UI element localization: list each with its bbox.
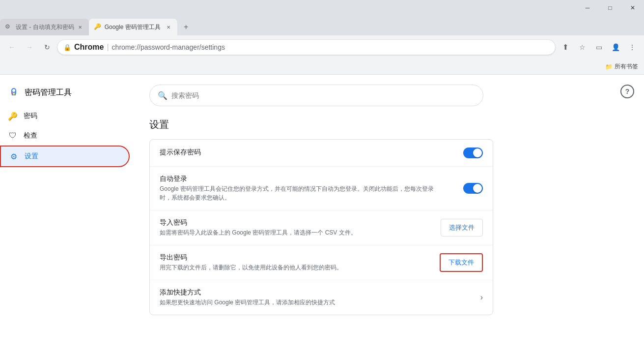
- settings-card: 提示保存密码 自动登录 Google 密码管理工具会记住您的登录方式，并在可能的…: [149, 139, 493, 315]
- all-bookmarks-folder[interactable]: 📁 所有书签: [605, 62, 638, 71]
- lock-icon: 🔒: [63, 44, 71, 51]
- bookmark-button[interactable]: ☆: [574, 39, 590, 55]
- key-icon: 🔑: [8, 111, 18, 121]
- tab-title-1: 设置 - 自动填充和密码: [16, 23, 74, 31]
- close-button[interactable]: ✕: [621, 0, 644, 16]
- share-button[interactable]: ⬆: [558, 39, 573, 55]
- auto-signin-desc: Google 密码管理工具会记住您的登录方式，并在可能的情况下自动为您登录。关闭…: [160, 184, 445, 202]
- tab-favicon-2: 🔑: [94, 23, 102, 31]
- svg-point-0: [12, 88, 16, 92]
- tab-close-2[interactable]: ✕: [165, 23, 172, 31]
- sidebar-item-passwords[interactable]: 🔑 密码: [0, 106, 130, 126]
- tab-password-manager[interactable]: 🔑 Google 密码管理工具 ✕: [89, 19, 177, 35]
- search-icon: 🔍: [158, 91, 168, 100]
- address-bar-brand: Chrome: [74, 43, 104, 52]
- export-button[interactable]: 下载文件: [440, 253, 483, 272]
- address-bar[interactable]: 🔒 Chrome | chrome://password-manager/set…: [57, 39, 556, 55]
- settings-row-auto-signin: 自动登录 Google 密码管理工具会记住您的登录方式，并在可能的情况下自动为您…: [150, 167, 493, 210]
- tab-settings-autofill[interactable]: ⚙ 设置 - 自动填充和密码 ✕: [0, 19, 89, 35]
- help-button[interactable]: ?: [620, 85, 634, 98]
- menu-button[interactable]: ⋮: [624, 39, 640, 55]
- svg-point-1: [12, 93, 13, 94]
- settings-row-export-content: 导出密码 用完下载的文件后，请删除它，以免使用此设备的他人看到您的密码。: [160, 253, 432, 272]
- page-title: 设置: [149, 118, 632, 131]
- split-view-button[interactable]: ▭: [591, 39, 607, 55]
- offer-save-title: 提示保存密码: [160, 148, 463, 157]
- tab-title-2: Google 密码管理工具: [105, 23, 163, 31]
- offer-save-toggle[interactable]: [463, 148, 483, 158]
- navbar: ← → ↻ 🔒 Chrome | chrome://password-manag…: [0, 35, 644, 59]
- sidebar-item-checkup[interactable]: 🛡 检查: [0, 126, 130, 146]
- forward-button[interactable]: →: [22, 39, 37, 55]
- tab-favicon-1: ⚙: [5, 23, 13, 31]
- settings-row-offer-save: 提示保存密码: [150, 140, 493, 167]
- address-bar-url: chrome://password-manager/settings: [112, 43, 225, 51]
- shortcut-desc: 如果想更快速地访问 Google 密码管理工具，请添加相应的快捷方式: [160, 298, 445, 307]
- search-bar[interactable]: 🔍: [149, 85, 483, 106]
- export-desc: 用完下载的文件后，请删除它，以免使用此设备的他人看到您的密码。: [160, 263, 432, 272]
- sidebar-logo-text: 密码管理工具: [25, 88, 72, 98]
- auto-signin-title: 自动登录: [160, 175, 455, 183]
- auto-signin-toggle[interactable]: [463, 183, 483, 194]
- search-input[interactable]: [171, 91, 475, 99]
- tab-close-1[interactable]: ✕: [76, 23, 84, 31]
- settings-row-auto-signin-content: 自动登录 Google 密码管理工具会记住您的登录方式，并在可能的情况下自动为您…: [160, 175, 455, 202]
- settings-row-export: 导出密码 用完下载的文件后，请删除它，以免使用此设备的他人看到您的密码。 下载文…: [150, 245, 493, 280]
- import-title: 导入密码: [160, 218, 433, 227]
- folder-icon: 📁: [605, 63, 613, 70]
- refresh-button[interactable]: ↻: [39, 39, 55, 55]
- settings-row-import: 导入密码 如需将密码导入此设备上的 Google 密码管理工具，请选择一个 CS…: [150, 210, 493, 245]
- bookmarks-bar: 📁 所有书签: [0, 59, 644, 75]
- titlebar: ─ □ ✕: [0, 0, 644, 16]
- sidebar-item-checkup-label: 检查: [24, 131, 37, 140]
- settings-row-shortcut[interactable]: 添加快捷方式 如果想更快速地访问 Google 密码管理工具，请添加相应的快捷方…: [150, 280, 493, 315]
- new-tab-button[interactable]: +: [179, 20, 193, 34]
- shield-icon: 🛡: [8, 131, 18, 141]
- svg-point-2: [15, 93, 16, 94]
- profile-button[interactable]: 👤: [608, 39, 623, 55]
- main-content: 密码管理工具 🔑 密码 🛡 检查 ⚙ 设置 🔍 ? 设置: [0, 75, 644, 354]
- maximize-button[interactable]: □: [599, 0, 621, 16]
- export-title: 导出密码: [160, 253, 432, 262]
- sidebar: 密码管理工具 🔑 密码 🛡 检查 ⚙ 设置: [0, 75, 138, 354]
- settings-row-offer-save-content: 提示保存密码: [160, 148, 463, 158]
- shortcut-title: 添加快捷方式: [160, 288, 480, 297]
- content-area: 🔍 ? 设置 提示保存密码 自动登录 Google 密码管理工具会记住您的登录方…: [138, 75, 644, 354]
- folder-label: 所有书签: [615, 62, 638, 71]
- svg-point-3: [13, 94, 15, 95]
- password-manager-logo: [8, 87, 20, 98]
- sidebar-logo: 密码管理工具: [0, 83, 138, 106]
- back-button[interactable]: ←: [4, 39, 20, 55]
- titlebar-controls: ─ □ ✕: [576, 0, 644, 16]
- settings-row-shortcut-content: 添加快捷方式 如果想更快速地访问 Google 密码管理工具，请添加相应的快捷方…: [160, 288, 480, 307]
- gear-icon: ⚙: [9, 151, 19, 161]
- chevron-right-icon: ›: [480, 293, 483, 302]
- import-button[interactable]: 选择文件: [441, 219, 483, 236]
- minimize-button[interactable]: ─: [576, 0, 599, 16]
- import-desc: 如需将密码导入此设备上的 Google 密码管理工具，请选择一个 CSV 文件。: [160, 228, 433, 237]
- settings-row-import-content: 导入密码 如需将密码导入此设备上的 Google 密码管理工具，请选择一个 CS…: [160, 218, 433, 237]
- sidebar-item-settings[interactable]: ⚙ 设置: [0, 146, 130, 167]
- tabbar: ⚙ 设置 - 自动填充和密码 ✕ 🔑 Google 密码管理工具 ✕ +: [0, 16, 644, 35]
- sidebar-item-passwords-label: 密码: [24, 112, 37, 120]
- address-bar-separator: |: [107, 43, 109, 52]
- navbar-right: ⬆ ☆ ▭ 👤 ⋮: [558, 39, 640, 55]
- sidebar-item-settings-label: 设置: [25, 152, 38, 161]
